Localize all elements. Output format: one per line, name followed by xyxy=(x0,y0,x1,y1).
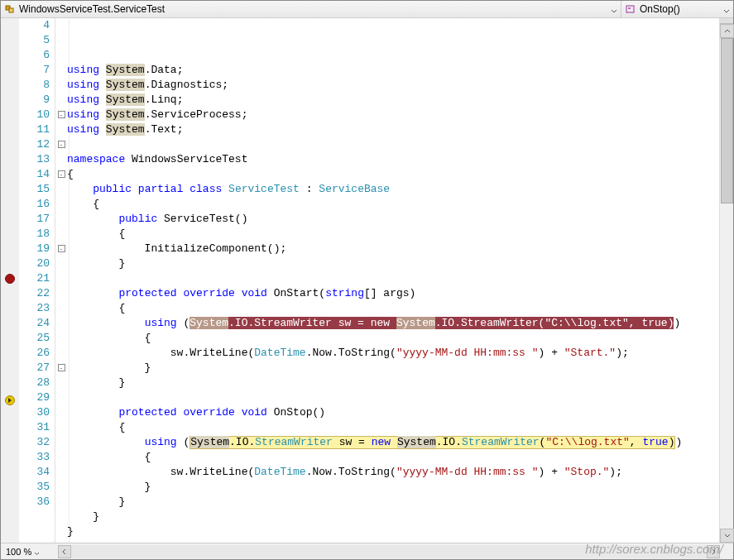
code-line[interactable]: using System.Data; xyxy=(67,63,733,78)
fold-cell[interactable] xyxy=(55,271,67,286)
code-line[interactable]: sw.WriteLine(DateTime.Now.ToString("yyyy… xyxy=(67,346,733,361)
margin-line[interactable] xyxy=(1,455,19,470)
fold-cell[interactable] xyxy=(55,182,67,197)
fold-cell[interactable] xyxy=(55,122,67,137)
horizontal-scrollbar[interactable] xyxy=(58,545,720,558)
margin-line[interactable] xyxy=(1,410,19,425)
margin-line[interactable] xyxy=(1,289,19,304)
margin-line[interactable] xyxy=(1,395,19,410)
code-line[interactable]: { xyxy=(67,420,733,435)
margin-line[interactable] xyxy=(1,348,19,363)
code-line[interactable] xyxy=(67,539,733,543)
fold-cell[interactable] xyxy=(55,227,67,242)
margin-line[interactable] xyxy=(1,363,19,378)
margin-line[interactable] xyxy=(1,212,19,227)
margin-line[interactable] xyxy=(1,470,19,485)
fold-cell[interactable] xyxy=(55,450,67,465)
method-dropdown[interactable]: OnStop() xyxy=(621,1,733,17)
collapse-icon[interactable]: - xyxy=(58,170,65,178)
code-line[interactable]: } xyxy=(67,480,733,495)
code-line[interactable]: protected override void OnStop() xyxy=(67,405,733,420)
margin-line[interactable] xyxy=(1,197,19,212)
fold-cell[interactable] xyxy=(55,390,67,405)
margin-line[interactable] xyxy=(1,256,19,271)
zoom-control[interactable]: 100 % xyxy=(1,547,45,557)
margin-line[interactable] xyxy=(1,137,19,152)
fold-cell[interactable] xyxy=(55,346,67,361)
collapse-icon[interactable]: - xyxy=(58,111,65,118)
vertical-scrollbar[interactable] xyxy=(719,18,733,543)
margin-line[interactable] xyxy=(1,485,19,500)
fold-cell[interactable] xyxy=(55,197,67,212)
code-line[interactable]: { xyxy=(67,227,733,242)
code-line[interactable]: { xyxy=(67,331,733,346)
code-line[interactable] xyxy=(67,137,733,152)
code-line[interactable]: } xyxy=(67,495,733,510)
collapse-icon[interactable]: - xyxy=(58,245,65,252)
scroll-up-button[interactable] xyxy=(720,24,734,38)
scroll-left-button[interactable] xyxy=(58,545,71,558)
margin-line[interactable] xyxy=(1,33,19,48)
class-dropdown[interactable]: WindowsServiceTest.ServiceTest xyxy=(1,1,621,17)
outlining-margin[interactable]: ----- xyxy=(55,18,67,543)
fold-cell[interactable] xyxy=(55,152,67,167)
code-line[interactable]: { xyxy=(67,301,733,316)
margin-line[interactable] xyxy=(1,63,19,78)
margin-line[interactable] xyxy=(1,500,19,515)
fold-cell[interactable]: - xyxy=(55,108,67,122)
fold-cell[interactable] xyxy=(55,93,67,108)
scroll-track[interactable] xyxy=(71,545,707,558)
code-line[interactable]: } xyxy=(67,361,733,376)
margin-line[interactable] xyxy=(1,304,19,318)
margin-line[interactable] xyxy=(1,18,19,33)
code-line[interactable]: using (System.IO.StreamWriter sw = new S… xyxy=(67,435,733,450)
fold-cell[interactable] xyxy=(55,316,67,331)
fold-cell[interactable] xyxy=(55,435,67,450)
fold-cell[interactable] xyxy=(55,212,67,227)
margin-line[interactable] xyxy=(1,167,19,182)
code-line[interactable]: using System.Linq; xyxy=(67,93,733,108)
code-line[interactable]: using (System.IO.StreamWriter sw = new S… xyxy=(67,316,733,331)
code-line[interactable]: public ServiceTest() xyxy=(67,212,733,227)
margin-line[interactable] xyxy=(1,242,19,256)
margin-line[interactable] xyxy=(1,182,19,197)
fold-cell[interactable]: - xyxy=(55,137,67,152)
margin-line[interactable] xyxy=(1,108,19,122)
code-line[interactable]: { xyxy=(67,197,733,212)
scroll-right-button[interactable] xyxy=(707,545,720,558)
code-line[interactable]: } xyxy=(67,524,733,539)
fold-cell[interactable] xyxy=(55,301,67,316)
margin-line[interactable] xyxy=(1,78,19,93)
split-handle[interactable] xyxy=(720,18,733,24)
margin-line[interactable] xyxy=(1,227,19,242)
margin-line[interactable] xyxy=(1,425,19,440)
margin-line[interactable] xyxy=(1,378,19,393)
code-line[interactable]: public partial class ServiceTest : Servi… xyxy=(67,182,733,197)
fold-cell[interactable] xyxy=(55,63,67,78)
margin-line[interactable] xyxy=(1,318,19,333)
scroll-down-button[interactable] xyxy=(720,529,734,543)
fold-cell[interactable] xyxy=(55,465,67,480)
margin-line[interactable] xyxy=(1,440,19,455)
fold-cell[interactable] xyxy=(55,286,67,301)
margin-line[interactable] xyxy=(1,93,19,108)
fold-cell[interactable] xyxy=(55,18,67,33)
code-line[interactable]: { xyxy=(67,167,733,182)
fold-cell[interactable]: - xyxy=(55,361,67,376)
collapse-icon[interactable]: - xyxy=(58,364,65,371)
margin-line[interactable] xyxy=(1,333,19,348)
fold-cell[interactable] xyxy=(55,78,67,93)
code-line[interactable]: InitializeComponent(); xyxy=(67,242,733,256)
scroll-thumb[interactable] xyxy=(721,38,733,203)
fold-cell[interactable] xyxy=(55,495,67,510)
code-editor[interactable]: 4567891011121314151617181920212223242526… xyxy=(1,18,733,543)
margin-line[interactable] xyxy=(1,48,19,63)
code-line[interactable]: using System.Text; xyxy=(67,122,733,137)
code-line[interactable]: protected override void OnStart(string[]… xyxy=(67,286,733,301)
code-line[interactable]: using System.Diagnostics; xyxy=(67,78,733,93)
fold-cell[interactable] xyxy=(55,480,67,495)
code-line[interactable]: { xyxy=(67,450,733,465)
margin-line[interactable] xyxy=(1,122,19,137)
fold-cell[interactable] xyxy=(55,405,67,420)
current-statement-icon[interactable] xyxy=(5,395,15,405)
